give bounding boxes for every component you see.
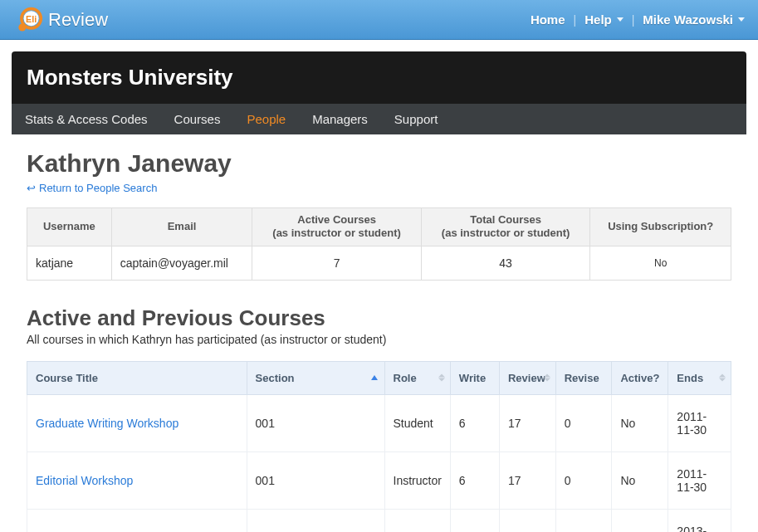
eli-logo-icon: Eli <box>13 5 43 35</box>
cell-email: captain@voyager.mil <box>111 246 252 280</box>
col-subscription: Using Subscription? <box>590 208 731 246</box>
col-total-courses-label: Total Courses (as instructor or student) <box>430 213 582 241</box>
col-active-courses-label: Active Courses (as instructor or student… <box>261 213 413 241</box>
col-section[interactable]: Section <box>247 361 384 394</box>
cell-ends: 2011-11-30 <box>668 394 731 451</box>
col-role-label: Role <box>394 372 417 384</box>
return-arrow-icon: ↩ <box>27 182 36 194</box>
chevron-down-icon <box>617 17 624 22</box>
col-section-label: Section <box>256 372 295 384</box>
cell-active-courses: 7 <box>252 246 422 280</box>
nav-home[interactable]: Home <box>531 12 565 27</box>
cell-section: 001 <box>247 394 384 451</box>
nav-help[interactable]: Help <box>584 12 624 27</box>
cell-role: Student <box>384 509 450 532</box>
sort-icon <box>438 374 445 382</box>
col-review-label: Review <box>508 372 545 384</box>
tab-stats[interactable]: Stats & Access Codes <box>12 104 161 134</box>
org-name: Monsters University <box>27 65 731 90</box>
col-email: Email <box>111 208 252 246</box>
cell-review: 17 <box>499 394 555 451</box>
tab-managers[interactable]: Managers <box>299 104 381 134</box>
table-row: Editorial Workshop001Instructor6170No201… <box>27 451 731 509</box>
cell-review: 17 <box>499 451 555 509</box>
cell-review: 4 <box>499 509 555 532</box>
tab-courses[interactable]: Courses <box>161 104 234 134</box>
cell-revise: 0 <box>555 509 612 532</box>
cell-revise: 0 <box>555 451 612 509</box>
nav-user-label: Mike Wazowski <box>643 12 733 27</box>
admin-tabs: Stats & Access CodesCoursesPeopleManager… <box>12 104 746 134</box>
sort-icon <box>544 374 550 382</box>
summary-row: katjane captain@voyager.mil 7 43 No <box>27 246 731 280</box>
org-header: Monsters University <box>12 51 746 104</box>
cell-active: No <box>612 451 668 509</box>
brand[interactable]: Eli Review <box>13 5 108 35</box>
chevron-down-icon <box>738 17 745 22</box>
table-row: 110 Summer Crew01Student240No2013-04-04 <box>27 509 731 532</box>
nav-help-label: Help <box>584 12 612 27</box>
courses-table: Course Title Section Role Write Review R… <box>27 361 731 533</box>
person-name: Kathryn Janeway <box>27 149 731 178</box>
tab-people[interactable]: People <box>233 104 299 134</box>
brand-text: Review <box>48 9 108 31</box>
tab-support[interactable]: Support <box>381 104 452 134</box>
col-total-courses: Total Courses (as instructor or student) <box>421 208 590 246</box>
cell-write: 6 <box>450 394 499 451</box>
col-ends-label: Ends <box>677 372 703 384</box>
cell-course-title: 110 Summer Crew <box>27 509 247 532</box>
col-write[interactable]: Write <box>450 361 499 394</box>
nav-user-menu[interactable]: Mike Wazowski <box>643 12 745 27</box>
col-course-title[interactable]: Course Title <box>27 361 247 394</box>
cell-role: Instructor <box>384 451 450 509</box>
top-nav: Home | Help | Mike Wazowski <box>531 12 745 27</box>
course-link[interactable]: Graduate Writing Workshop <box>36 417 178 430</box>
cell-section: 001 <box>247 451 384 509</box>
course-link[interactable]: Editorial Workshop <box>36 474 133 487</box>
cell-revise: 0 <box>555 394 612 451</box>
cell-role: Student <box>384 394 450 451</box>
cell-course-title: Editorial Workshop <box>27 451 247 509</box>
cell-subscription: No <box>590 246 731 280</box>
col-role[interactable]: Role <box>384 361 450 394</box>
cell-write: 6 <box>450 451 499 509</box>
table-row: Graduate Writing Workshop001Student6170N… <box>27 394 731 451</box>
sort-icon <box>719 374 726 382</box>
cell-section: 01 <box>247 509 384 532</box>
back-to-people-search-link[interactable]: ↩ Return to People Search <box>27 182 157 194</box>
col-review[interactable]: Review <box>499 361 555 394</box>
courses-section-subheading: All courses in which Kathryn has partici… <box>27 333 731 346</box>
col-revise[interactable]: Revise <box>555 361 612 394</box>
col-active-courses: Active Courses (as instructor or student… <box>252 208 422 246</box>
person-summary-table: Username Email Active Courses (as instru… <box>27 207 731 281</box>
cell-write: 2 <box>450 509 499 532</box>
top-bar: Eli Review Home | Help | Mike Wazowski <box>0 0 758 40</box>
cell-active: No <box>612 394 668 451</box>
cell-ends: 2013-04-04 <box>668 509 731 532</box>
cell-active: No <box>612 509 668 532</box>
nav-separator: | <box>632 13 635 27</box>
cell-ends: 2011-11-30 <box>668 451 731 509</box>
cell-username: katjane <box>27 246 112 280</box>
cell-course-title: Graduate Writing Workshop <box>27 394 247 451</box>
col-ends[interactable]: Ends <box>668 361 731 394</box>
back-link-label: Return to People Search <box>39 182 157 194</box>
courses-section-heading: Active and Previous Courses <box>27 305 731 331</box>
svg-text:Eli: Eli <box>26 13 37 23</box>
cell-total-courses: 43 <box>421 246 590 280</box>
col-username: Username <box>27 208 112 246</box>
nav-separator: | <box>574 13 577 27</box>
col-active[interactable]: Active? <box>612 361 668 394</box>
